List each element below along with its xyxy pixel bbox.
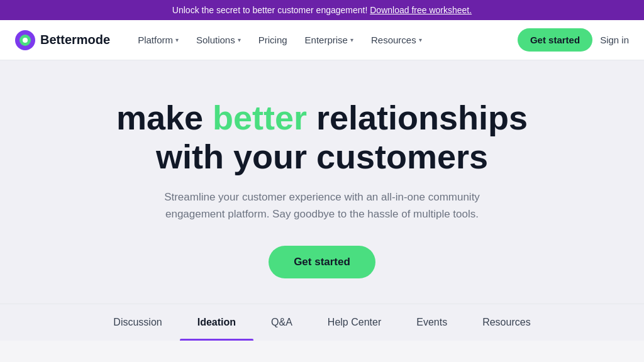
chevron-down-icon: ▾ bbox=[350, 36, 353, 43]
tab-qa[interactable]: Q&A bbox=[253, 304, 310, 341]
hero-section: make better relationships with your cust… bbox=[0, 60, 644, 304]
nav-item-enterprise[interactable]: Enterprise ▾ bbox=[297, 30, 361, 50]
nav-resources-label: Resources bbox=[371, 35, 416, 45]
banner-link[interactable]: Download free worksheet. bbox=[370, 5, 472, 15]
top-banner: Unlock the secret to better customer eng… bbox=[0, 0, 644, 20]
tab-ideation[interactable]: Ideation bbox=[180, 304, 253, 341]
nav-item-resources[interactable]: Resources ▾ bbox=[364, 30, 430, 50]
nav-platform-label: Platform bbox=[138, 35, 173, 45]
nav-item-pricing[interactable]: Pricing bbox=[251, 30, 295, 50]
tab-help-center[interactable]: Help Center bbox=[310, 304, 399, 341]
nav-item-solutions[interactable]: Solutions ▾ bbox=[189, 30, 248, 50]
tab-resources[interactable]: Resources bbox=[465, 304, 548, 341]
nav-solutions-label: Solutions bbox=[196, 35, 235, 45]
logo-icon bbox=[15, 30, 35, 50]
nav-pricing-label: Pricing bbox=[258, 35, 287, 45]
hero-subtitle: Streamline your customer experience with… bbox=[158, 189, 486, 222]
chevron-down-icon: ▾ bbox=[238, 36, 241, 43]
hero-title-highlight: better bbox=[213, 99, 307, 136]
nav-item-platform[interactable]: Platform ▾ bbox=[130, 30, 186, 50]
get-started-hero-button[interactable]: Get started bbox=[269, 246, 375, 278]
banner-text: Unlock the secret to better customer eng… bbox=[172, 5, 370, 15]
tab-discussion[interactable]: Discussion bbox=[96, 304, 179, 341]
chevron-down-icon: ▾ bbox=[175, 36, 179, 43]
hero-title: make better relationships with your cust… bbox=[77, 98, 567, 176]
logo-link[interactable]: Bettermode bbox=[15, 30, 110, 50]
navbar: Bettermode Platform ▾ Solutions ▾ Pricin… bbox=[0, 20, 644, 60]
hero-title-part2: relationships bbox=[307, 99, 528, 136]
logo-text: Bettermode bbox=[40, 33, 110, 47]
bottom-tabs: Discussion Ideation Q&A Help Center Even… bbox=[0, 304, 644, 341]
hero-title-part1: make bbox=[116, 99, 213, 136]
hero-title-line2: with your customers bbox=[156, 138, 488, 175]
nav-links: Platform ▾ Solutions ▾ Pricing Enterpris… bbox=[130, 30, 518, 50]
nav-actions: Get started Sign in bbox=[518, 28, 629, 52]
sign-in-button[interactable]: Sign in bbox=[600, 35, 629, 45]
chevron-down-icon: ▾ bbox=[419, 36, 422, 43]
nav-enterprise-label: Enterprise bbox=[305, 35, 348, 45]
tab-events[interactable]: Events bbox=[399, 304, 465, 341]
get-started-nav-button[interactable]: Get started bbox=[518, 28, 592, 52]
logo-icon-inner bbox=[19, 35, 31, 46]
